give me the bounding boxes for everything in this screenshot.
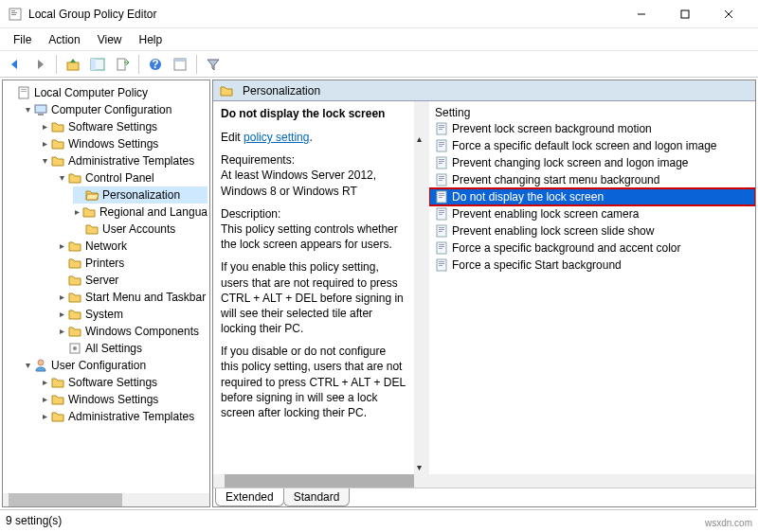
tab-standard[interactable]: Standard [283, 488, 351, 506]
tree-software-settings[interactable]: ▸Software Settings [39, 118, 208, 135]
settings-list[interactable]: Setting Prevent lock screen background m… [429, 101, 755, 474]
list-horizontal-scrollbar[interactable] [213, 474, 755, 488]
collapse-icon[interactable]: ▾ [22, 101, 33, 118]
export-button[interactable] [111, 54, 134, 75]
policy-item-icon [435, 156, 448, 169]
collapse-icon[interactable]: ▾ [56, 169, 67, 186]
menu-help[interactable]: Help [132, 31, 171, 48]
main-area: Local Computer Policy ▾ Computer Configu… [0, 78, 758, 509]
tree-all-settings[interactable]: All Settings [56, 340, 208, 357]
svg-rect-15 [174, 59, 186, 62]
forward-button[interactable] [28, 54, 51, 75]
show-tree-button[interactable] [86, 54, 109, 75]
scrollbar-thumb[interactable] [225, 474, 414, 488]
chevron-down-icon[interactable]: ▾ [417, 462, 422, 472]
setting-row[interactable]: Prevent enabling lock screen camera [429, 205, 755, 222]
menu-file[interactable]: File [6, 31, 39, 48]
tree-label: Control Panel [85, 169, 154, 186]
menu-action[interactable]: Action [41, 31, 87, 48]
tree-printers[interactable]: Printers [56, 255, 208, 272]
policy-tree[interactable]: Local Computer Policy ▾ Computer Configu… [3, 80, 209, 493]
tree-win-components[interactable]: ▸Windows Components [56, 323, 208, 340]
requirements-text: At least Windows Server 2012, Windows 8 … [221, 168, 376, 197]
expand-icon[interactable]: ▸ [39, 118, 50, 135]
collapse-icon[interactable]: ▾ [39, 152, 50, 169]
description-text-3: If you disable or do not configure this … [221, 344, 406, 420]
tree-u-admin[interactable]: ▸Administrative Templates [39, 408, 208, 425]
close-button[interactable] [707, 0, 750, 28]
description-label: Description: [221, 207, 280, 221]
properties-button[interactable] [169, 54, 191, 75]
setting-row[interactable]: Force a specific Start background [429, 257, 755, 274]
back-button[interactable] [4, 54, 27, 75]
filter-button[interactable] [202, 54, 225, 75]
tree-label: Software Settings [68, 374, 157, 391]
svg-rect-30 [439, 144, 444, 145]
expand-icon[interactable]: ▸ [56, 238, 67, 255]
tree-user-accounts[interactable]: User Accounts [73, 221, 208, 238]
folder-icon [67, 273, 82, 288]
up-button[interactable] [62, 54, 84, 75]
policy-icon [16, 85, 31, 100]
svg-rect-16 [19, 87, 28, 98]
svg-rect-10 [91, 59, 96, 70]
setting-row[interactable]: Prevent changing start menu background [429, 171, 755, 188]
collapse-icon[interactable]: ▾ [22, 357, 33, 374]
setting-label: Force a specific background and accent c… [452, 241, 680, 255]
tree-admin-templates[interactable]: ▾Administrative Templates [39, 152, 208, 169]
tree-horizontal-scrollbar[interactable] [3, 493, 209, 506]
expand-icon[interactable]: ▸ [56, 323, 67, 340]
expand-icon[interactable]: ▸ [39, 374, 50, 391]
folder-icon [67, 170, 82, 186]
help-button[interactable]: ? [144, 54, 167, 75]
policy-item-icon [435, 173, 448, 186]
folder-icon [50, 392, 65, 407]
policy-item-icon [435, 258, 448, 272]
expand-icon[interactable]: ▸ [73, 204, 81, 221]
tree-label: Administrative Templates [68, 152, 194, 169]
svg-rect-3 [11, 14, 16, 15]
setting-row[interactable]: Force a specific background and accent c… [429, 239, 755, 257]
tree-system[interactable]: ▸System [56, 306, 208, 323]
expand-icon[interactable]: ▸ [56, 306, 67, 323]
expand-icon[interactable]: ▸ [39, 408, 50, 425]
tree-root[interactable]: Local Computer Policy [5, 84, 208, 101]
column-header-setting[interactable]: Setting [429, 101, 755, 120]
svg-rect-37 [439, 176, 444, 177]
scrollbar-thumb[interactable] [9, 493, 122, 506]
tree-u-software[interactable]: ▸Software Settings [39, 374, 208, 391]
policy-item-icon [435, 207, 448, 221]
tree-user-config[interactable]: ▾User Configuration [22, 357, 208, 374]
tree-server[interactable]: Server [56, 272, 208, 289]
expand-icon[interactable]: ▸ [39, 135, 50, 152]
chevron-up-icon[interactable]: ▴ [417, 133, 422, 144]
tree-computer-config[interactable]: ▾ Computer Configuration [22, 101, 208, 118]
setting-row[interactable]: Prevent changing lock screen and logon i… [429, 154, 755, 171]
tree-personalization[interactable]: Personalization [73, 186, 208, 204]
tree-network[interactable]: ▸Network [56, 238, 208, 255]
tree-control-panel[interactable]: ▾Control Panel [56, 169, 208, 186]
tree-windows-settings[interactable]: ▸Windows Settings [39, 135, 208, 152]
folder-icon [67, 290, 82, 305]
tree-label: Computer Configuration [51, 101, 171, 118]
tab-extended[interactable]: Extended [215, 488, 284, 506]
setting-row[interactable]: Force a specific default lock screen and… [429, 137, 755, 154]
minimize-button[interactable] [620, 0, 663, 28]
expand-icon[interactable]: ▸ [39, 391, 50, 408]
maximize-button[interactable] [663, 0, 707, 28]
vertical-scrollbar[interactable]: ▴ ▾ [414, 101, 429, 474]
svg-rect-1 [11, 10, 15, 11]
title-bar: Local Group Policy Editor [0, 0, 758, 28]
menu-view[interactable]: View [90, 31, 130, 48]
tree-regional[interactable]: ▸Regional and Langua [73, 204, 208, 221]
svg-rect-2 [11, 12, 17, 13]
tree-start-taskbar[interactable]: ▸Start Menu and Taskbar [56, 289, 208, 306]
setting-row[interactable]: Prevent lock screen background motion [429, 120, 755, 137]
setting-row[interactable]: Do not display the lock screen [429, 188, 755, 205]
edit-prefix: Edit [221, 131, 241, 144]
svg-rect-43 [439, 197, 442, 198]
edit-policy-link[interactable]: policy setting [244, 131, 309, 144]
setting-row[interactable]: Prevent enabling lock screen slide show [429, 222, 755, 239]
tree-u-windows[interactable]: ▸Windows Settings [39, 391, 208, 408]
expand-icon[interactable]: ▸ [56, 289, 67, 306]
